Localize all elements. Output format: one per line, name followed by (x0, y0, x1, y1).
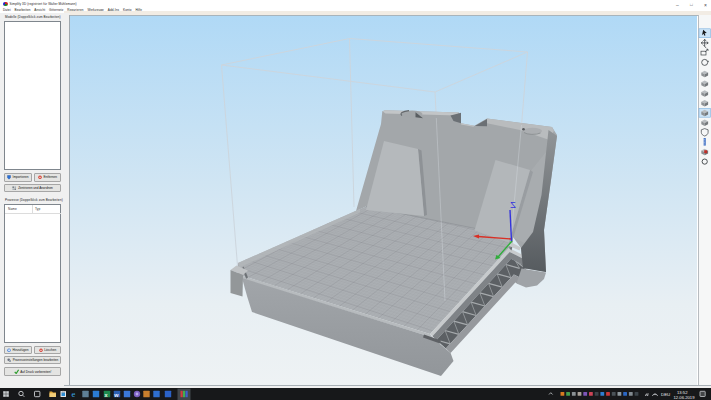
svg-text:12.06.2019: 12.06.2019 (674, 395, 696, 400)
svg-text:e: e (72, 389, 76, 399)
svg-text:DEU: DEU (661, 392, 670, 397)
svg-text:w: w (113, 392, 119, 398)
